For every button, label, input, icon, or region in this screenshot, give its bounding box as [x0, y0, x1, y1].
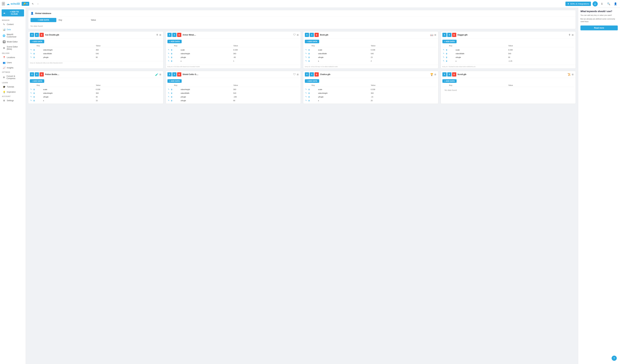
shield-edit-2[interactable]: ✎: [168, 92, 170, 94]
book-del-2[interactable]: 🗑: [308, 52, 310, 55]
armor-edit-2[interactable]: ✎: [168, 52, 170, 55]
shield-grid-icon-button[interactable]: ⊞: [296, 73, 299, 76]
armor-del-3[interactable]: 🗑: [170, 56, 173, 59]
armor-delete-button[interactable]: 🗑: [177, 33, 181, 37]
chalice-upload-button[interactable]: ⬆: [305, 72, 309, 76]
axe-edit-1[interactable]: ✎: [30, 48, 32, 51]
axe-delete-1[interactable]: 🗑: [33, 49, 35, 51]
shield-edit-4[interactable]: ✎: [168, 99, 170, 102]
chalice-download-button[interactable]: ⬇: [310, 72, 314, 76]
chalice-del-2[interactable]: 🗑: [308, 92, 310, 94]
sidebar-item-users[interactable]: 👥 Users: [1, 60, 25, 65]
dagger-del-2[interactable]: 🗑: [445, 52, 448, 55]
chalice-del-4[interactable]: 🗑: [308, 99, 310, 102]
search-icon-button[interactable]: 🔍: [606, 1, 611, 6]
dagger-del-4[interactable]: 🗑: [445, 60, 448, 62]
axe-grid-icon-button[interactable]: ⊞: [159, 33, 162, 36]
axe-upload-button[interactable]: ⬆: [30, 33, 34, 37]
hamburger-button[interactable]: ☰: [2, 2, 5, 6]
book-delete-button[interactable]: 🗑: [314, 33, 319, 37]
sidebar-item-settings[interactable]: ⚙ Settings: [1, 98, 25, 103]
read-more-button[interactable]: Read more: [580, 26, 618, 30]
axe-edit-2[interactable]: ✎: [30, 52, 32, 55]
sidebar-item-data[interactable]: 📊 Data: [1, 27, 25, 32]
info-icon-button[interactable]: ℹ: [599, 1, 604, 6]
chalice-edit-4[interactable]: ✎: [305, 99, 307, 102]
shield-del-2[interactable]: 🗑: [170, 92, 173, 94]
sidebar-item-tutorials[interactable]: 🎓 Tutorials: [1, 84, 25, 89]
scroll-delete-button[interactable]: 🗑: [452, 72, 456, 76]
sidebar-item-inspiration[interactable]: 💡 Inspiration: [1, 90, 25, 94]
potion-add-data-button[interactable]: + ADD DATA: [30, 79, 44, 83]
potion-del-2[interactable]: 🗑: [33, 92, 35, 94]
shield-edit-3[interactable]: ✎: [168, 95, 170, 98]
potion-edit-4[interactable]: ✎: [30, 99, 32, 102]
armor-grid-icon-button[interactable]: ⊞: [296, 33, 299, 36]
minus-icon-button[interactable]: −: [36, 2, 40, 6]
dagger-download-button[interactable]: ⬇: [447, 33, 451, 37]
dagger-edit-3[interactable]: ✎: [442, 56, 445, 59]
armor-add-data-button[interactable]: + ADD DATA: [168, 40, 182, 43]
book-add-data-button[interactable]: + ADD DATA: [305, 40, 319, 43]
chalice-del-3[interactable]: 🗑: [308, 96, 310, 98]
dagger-edit-1[interactable]: ✎: [442, 48, 445, 51]
sidebar-item-webar[interactable]: 🌐 WebAR Customizer: [1, 32, 25, 39]
shield-del-3[interactable]: 🗑: [170, 96, 173, 98]
sidebar-item-content[interactable]: ✎ Content: [1, 22, 25, 27]
axe-add-data-button[interactable]: + ADD DATA: [30, 40, 44, 43]
dagger-del-1[interactable]: 🗑: [445, 49, 448, 51]
shield-upload-button[interactable]: ⬆: [168, 72, 172, 76]
book-edit-4[interactable]: ✎: [305, 60, 307, 62]
armor-del-1[interactable]: 🗑: [170, 49, 173, 51]
drop-icon-button[interactable]: 💧: [592, 1, 598, 6]
chalice-del-1[interactable]: 🗑: [308, 88, 310, 91]
edit-icon-button[interactable]: ✎: [31, 2, 35, 6]
scroll-grid-icon-button[interactable]: ⊞: [571, 73, 574, 76]
help-circle-button[interactable]: ?: [612, 356, 617, 361]
axe-delete-2[interactable]: 🗑: [33, 52, 35, 55]
sdk-integrations-button[interactable]: ⬆ SDKs & Integrations: [565, 2, 591, 6]
armor-del-2[interactable]: 🗑: [170, 52, 173, 55]
dagger-del-3[interactable]: 🗑: [445, 56, 448, 59]
dagger-grid-icon-button[interactable]: ⊞: [571, 33, 574, 36]
chalice-edit-2[interactable]: ✎: [305, 92, 307, 94]
potion-download-button[interactable]: ⬇: [35, 72, 39, 76]
dagger-add-data-button[interactable]: + ADD DATA: [442, 40, 457, 43]
potion-del-3[interactable]: 🗑: [33, 96, 35, 98]
potion-del-4[interactable]: 🗑: [33, 99, 35, 102]
potion-del-1[interactable]: 🗑: [33, 88, 35, 91]
axe-delete-3[interactable]: 🗑: [33, 56, 35, 59]
axe-delete-button[interactable]: 🗑: [40, 33, 44, 37]
potion-edit-2[interactable]: ✎: [30, 92, 32, 94]
add-to-cloud-button[interactable]: ☁ + ADD TO CLOUD: [2, 9, 24, 16]
shield-del-4[interactable]: 🗑: [170, 99, 173, 102]
dagger-delete-button[interactable]: 🗑: [452, 33, 456, 37]
dagger-edit-2[interactable]: ✎: [442, 52, 445, 55]
axe-edit-3[interactable]: ✎: [30, 56, 32, 59]
armor-edit-4[interactable]: ✎: [168, 60, 170, 62]
potion-edit-3[interactable]: ✎: [30, 95, 32, 98]
chalice-edit-3[interactable]: ✎: [305, 95, 307, 98]
sidebar-item-locations[interactable]: 📍 Locations: [1, 55, 25, 60]
scroll-add-data-button[interactable]: + ADD DATA: [442, 79, 457, 83]
armor-edit-3[interactable]: ✎: [168, 56, 170, 59]
book-download-button[interactable]: ⬇: [310, 33, 314, 37]
armor-upload-button[interactable]: ⬆: [168, 33, 172, 37]
armor-edit-1[interactable]: ✎: [168, 48, 170, 51]
book-edit-1[interactable]: ✎: [305, 48, 307, 51]
scroll-upload-button[interactable]: ⬆: [442, 72, 447, 76]
dagger-upload-button[interactable]: ⬆: [442, 33, 447, 37]
chalice-add-data-button[interactable]: + ADD DATA: [305, 79, 319, 83]
book-del-3[interactable]: 🗑: [308, 56, 310, 59]
sidebar-item-scene-editor[interactable]: ⊞ Scene Editor (Beta): [1, 45, 25, 51]
armor-del-4[interactable]: 🗑: [170, 60, 173, 62]
scroll-download-button[interactable]: ⬇: [447, 72, 451, 76]
tool-button[interactable]: 🔑 ▾: [22, 2, 29, 6]
sidebar-item-model-editor[interactable]: 🔲 Model Editor: [1, 39, 25, 44]
sidebar-item-insights[interactable]: 📈 Insights: [1, 65, 25, 70]
axe-download-button[interactable]: ⬇: [35, 33, 39, 37]
chalice-grid-icon-button[interactable]: ⊞: [434, 73, 436, 76]
book-del-4[interactable]: 🗑: [308, 60, 310, 62]
book-del-1[interactable]: 🗑: [308, 49, 310, 51]
user-icon-button[interactable]: 👤: [613, 1, 618, 6]
